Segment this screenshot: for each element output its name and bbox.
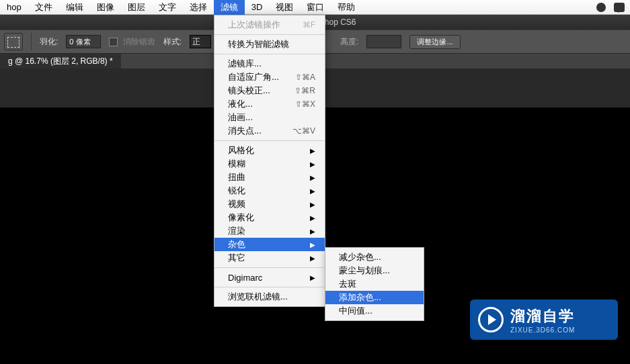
menu-digimarc[interactable]: Digimarc▶ <box>214 271 325 284</box>
submenu-despeckle[interactable]: 去斑 <box>325 277 424 291</box>
menu-adaptive-wide-angle[interactable]: 自适应广角...⇧⌘A <box>214 71 325 84</box>
height-input[interactable] <box>366 35 401 48</box>
menu-3d[interactable]: 3D <box>245 0 270 15</box>
menu-item-label: Digimarc <box>228 273 262 283</box>
refine-edge-button[interactable]: 调整边缘... <box>409 35 460 49</box>
menu-item-label: 像素化 <box>228 212 254 224</box>
menu-help[interactable]: 帮助 <box>331 0 362 15</box>
filter-dropdown: 上次滤镜操作 ⌘F 转换为智能滤镜 滤镜库... 自适应广角...⇧⌘A 镜头校… <box>214 15 325 307</box>
submenu-arrow-icon: ▶ <box>310 161 315 168</box>
submenu-arrow-icon: ▶ <box>310 228 315 235</box>
menubar-status-icons <box>596 3 625 12</box>
menu-separator <box>214 34 325 35</box>
submenu-median[interactable]: 中间值... <box>325 304 424 318</box>
qq-icon[interactable] <box>596 3 606 12</box>
watermark: 溜溜自学 ZIXUE.3D66.COM <box>470 300 618 340</box>
height-label: 高度: <box>340 36 358 48</box>
submenu-arrow-icon: ▶ <box>310 174 315 181</box>
antialias-checkbox[interactable] <box>109 38 118 46</box>
menu-noise[interactable]: 杂色▶ <box>214 238 325 251</box>
menu-item-label: 视频 <box>228 198 245 210</box>
menu-item-label: 转换为智能滤镜 <box>228 38 289 50</box>
submenu-dust-scratches[interactable]: 蒙尘与划痕... <box>325 264 424 277</box>
menu-convert-smart-filter[interactable]: 转换为智能滤镜 <box>214 38 325 51</box>
menu-item-label: 浏览联机滤镜... <box>228 291 288 303</box>
menu-edit[interactable]: 编辑 <box>59 0 90 15</box>
menu-lens-correction[interactable]: 镜头校正...⇧⌘R <box>214 84 325 97</box>
menu-item-label: 液化... <box>228 98 253 110</box>
menu-item-label: 添加杂色... <box>339 291 381 304</box>
menu-other[interactable]: 其它▶ <box>214 251 325 265</box>
menu-file[interactable]: 文件 <box>28 0 59 15</box>
submenu-arrow-icon: ▶ <box>310 274 315 281</box>
doc-tab[interactable]: g @ 16.7% (图层 2, RGB/8) * <box>0 54 121 69</box>
menu-item-label: 消失点... <box>228 125 262 137</box>
submenu-reduce-noise[interactable]: 减少杂色... <box>325 251 424 264</box>
submenu-arrow-icon: ▶ <box>310 201 315 208</box>
menu-item-label: 杂色 <box>228 238 245 251</box>
submenu-arrow-icon: ▶ <box>310 241 315 248</box>
menu-item-label: 其它 <box>228 252 245 264</box>
menu-item-label: 风格化 <box>228 144 254 156</box>
submenu-arrow-icon: ▶ <box>310 187 315 195</box>
antialias-label: 消除锯齿 <box>123 37 155 46</box>
menu-separator <box>214 140 325 141</box>
menu-separator <box>214 287 325 287</box>
menu-item-shortcut: ⇧⌘R <box>294 86 315 95</box>
menu-last-filter: 上次滤镜操作 ⌘F <box>214 18 325 32</box>
menu-image[interactable]: 图像 <box>90 0 121 15</box>
menu-liquify[interactable]: 液化...⇧⌘X <box>214 97 325 111</box>
submenu-add-noise[interactable]: 添加杂色... <box>325 291 424 304</box>
menu-item-label: 滤镜库... <box>228 58 262 70</box>
submenu-arrow-icon: ▶ <box>310 255 315 262</box>
menu-item-shortcut: ⇧⌘A <box>295 73 315 82</box>
menu-item-label: 渲染 <box>228 225 245 237</box>
feather-input[interactable] <box>66 35 101 48</box>
menu-view[interactable]: 视图 <box>269 0 300 15</box>
menu-select[interactable]: 选择 <box>183 0 214 15</box>
menu-filter-gallery[interactable]: 滤镜库... <box>214 57 325 71</box>
menu-item-label: 蒙尘与划痕... <box>339 265 390 277</box>
menu-item-label: 油画... <box>228 111 253 124</box>
menu-filter[interactable]: 滤镜 <box>214 0 245 15</box>
marquee-tool-icon[interactable] <box>4 33 23 50</box>
menu-item-shortcut: ⌥⌘V <box>292 126 315 136</box>
submenu-arrow-icon: ▶ <box>310 147 315 154</box>
menu-item-label: 去斑 <box>339 278 356 290</box>
feather-label: 羽化: <box>40 36 58 48</box>
menu-distort[interactable]: 扭曲▶ <box>214 171 325 184</box>
menu-separator <box>214 54 325 54</box>
menu-layer[interactable]: 图层 <box>121 0 152 15</box>
menu-hop[interactable]: hop <box>0 0 28 15</box>
menu-window[interactable]: 窗口 <box>300 0 331 15</box>
menu-oil-paint[interactable]: 油画... <box>214 111 325 124</box>
menu-item-label: 上次滤镜操作 <box>228 19 280 31</box>
menu-item-shortcut: ⇧⌘X <box>295 99 315 109</box>
watermark-cn: 溜溜自学 <box>510 306 575 326</box>
style-label: 样式: <box>163 36 182 48</box>
menu-item-label: 中间值... <box>339 305 372 317</box>
menu-item-label: 锐化 <box>228 185 245 197</box>
menu-vanishing-point[interactable]: 消失点...⌥⌘V <box>214 124 325 138</box>
menu-item-label: 自适应广角... <box>228 71 279 83</box>
menu-item-shortcut: ⌘F <box>303 20 315 30</box>
menu-pixelate[interactable]: 像素化▶ <box>214 211 325 224</box>
menu-render[interactable]: 渲染▶ <box>214 224 325 238</box>
menu-video[interactable]: 视频▶ <box>214 197 325 211</box>
antialias-group: 消除锯齿 <box>109 36 155 48</box>
menu-separator <box>214 267 325 268</box>
menu-blur[interactable]: 模糊▶ <box>214 157 325 171</box>
menu-item-label: 减少杂色... <box>339 251 381 263</box>
menu-stylize[interactable]: 风格化▶ <box>214 144 325 157</box>
menu-item-label: 镜头校正... <box>228 85 270 97</box>
menu-browse-filters-online[interactable]: 浏览联机滤镜... <box>214 290 325 304</box>
submenu-arrow-icon: ▶ <box>310 214 315 222</box>
watermark-text: 溜溜自学 ZIXUE.3D66.COM <box>510 306 575 334</box>
style-dropdown[interactable]: 正 <box>190 35 211 48</box>
divider <box>31 33 32 50</box>
menu-item-label: 扭曲 <box>228 171 245 183</box>
menu-sharpen[interactable]: 锐化▶ <box>214 184 325 197</box>
chat-icon[interactable] <box>614 3 625 12</box>
menu-type[interactable]: 文字 <box>152 0 183 15</box>
menu-item-label: 模糊 <box>228 158 245 170</box>
